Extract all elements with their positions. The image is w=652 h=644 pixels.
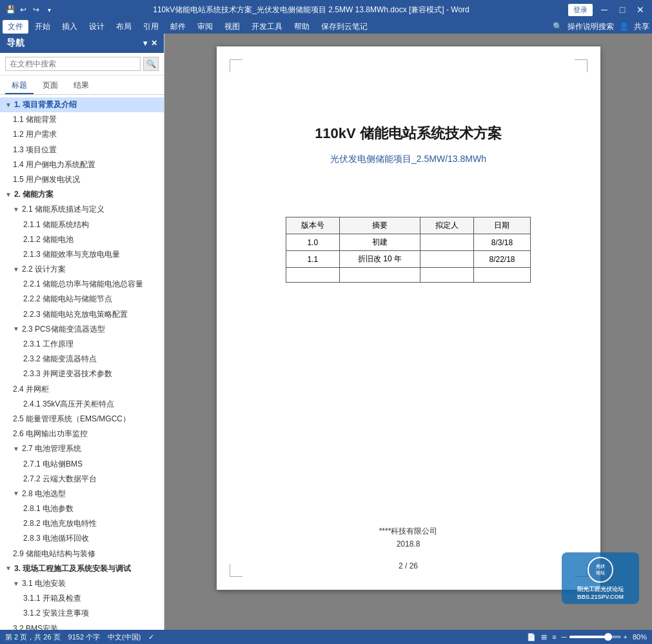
layout-icon-3[interactable]: ≡ (552, 633, 556, 641)
sidebar-tab-bar: 标题 页面 结果 (0, 75, 164, 95)
nav-item-2-1[interactable]: ▼ 2.1 储能系统描述与定义 (0, 202, 164, 217)
restore-button[interactable]: □ (616, 3, 629, 16)
nav-item-2-8[interactable]: ▼ 2.8 电池选型 (0, 487, 164, 501)
tab-file[interactable]: 文件 (3, 20, 28, 34)
nav-item-2-7[interactable]: ▼ 2.7 电池管理系统 (0, 441, 164, 456)
expand-icon-2-1: ▼ (13, 205, 19, 215)
nav-item-1-3[interactable]: 1.3 项目位置 (0, 143, 164, 157)
nav-item-2-4[interactable]: 2.4 并网柜 (0, 382, 164, 397)
nav-item-2-3-3[interactable]: 2.3.3 并网逆变器技术参数 (0, 367, 164, 381)
nav-item-3[interactable]: ▼ 3. 现场工程施工及系统安装与调试 (0, 561, 164, 576)
nav-item-2-4-1[interactable]: 2.4.1 35kV高压开关柜特点 (0, 397, 164, 412)
nav-item-2-1-1[interactable]: 2.1.1 储能系统结构 (0, 217, 164, 232)
document-title: 110kV 储能电站系统技术方案 (262, 124, 555, 143)
corner-mark-bl (230, 564, 242, 577)
tab-mailing[interactable]: 邮件 (165, 20, 191, 34)
tab-home[interactable]: 开始 (30, 20, 55, 34)
nav-item-1-5[interactable]: 1.5 用户侧发电状况 (0, 172, 164, 187)
ribbon-tabs: 文件 开始 插入 设计 布局 引用 邮件 审阅 视图 开发工具 帮助 保存到云笔… (0, 19, 652, 34)
nav-item-3-1[interactable]: ▼ 3.1 电池安装 (0, 576, 164, 591)
corner-mark-tl (230, 59, 242, 72)
nav-item-2[interactable]: ▼ 2. 储能方案 (0, 187, 164, 202)
search-icon[interactable]: 🔍 (553, 22, 562, 31)
tab-headings[interactable]: 标题 (5, 78, 34, 94)
tab-save-cloud[interactable]: 保存到云笔记 (316, 20, 373, 34)
nav-item-2-6[interactable]: 2.6 电网输出功率监控 (0, 427, 164, 441)
expand-icon-2-8: ▼ (13, 488, 19, 499)
nav-item-1-4[interactable]: 1.4 用户侧电力系统配置 (0, 157, 164, 172)
nav-item-2-3[interactable]: ▼ 2.3 PCS储能变流器选型 (0, 322, 164, 337)
nav-item-2-1-2[interactable]: 2.1.2 储能电池 (0, 232, 164, 247)
layout-icon-1[interactable]: 📄 (527, 633, 536, 641)
nav-item-3-1-2[interactable]: 3.1.2 安装注意事项 (0, 606, 164, 621)
nav-item-1-1[interactable]: 1.1 储能背景 (0, 112, 164, 127)
more-quick-access-icon[interactable]: ▾ (44, 5, 54, 15)
nav-item-3-2[interactable]: 3.2 BMS安装 (0, 621, 164, 630)
nav-item-2-3-1[interactable]: 2.3.1 工作原理 (0, 337, 164, 352)
nav-item-2-7-1[interactable]: 2.7.1 电站侧BMS (0, 457, 164, 472)
document-subtitle: 光伏发电侧储能项目_2.5MW/13.8MWh (262, 154, 555, 165)
nav-item-2-5[interactable]: 2.5 能量管理系统（EMS/MGCC） (0, 412, 164, 427)
zoom-plus[interactable]: + (624, 633, 627, 641)
tab-references[interactable]: 引用 (138, 20, 164, 34)
nav-item-2-2[interactable]: ▼ 2.2 设计方案 (0, 262, 164, 277)
company-name: ****科技有限公司 (262, 526, 555, 537)
tab-review[interactable]: 审阅 (192, 20, 218, 34)
tab-developer[interactable]: 开发工具 (246, 20, 288, 34)
table-row: 1.0 初建 8/3/18 (286, 234, 531, 251)
nav-item-1[interactable]: ▼ 1. 项目背景及介绍 (0, 97, 164, 112)
table-cell-date-3 (473, 268, 530, 283)
zoom-control[interactable]: ─ + (562, 633, 627, 641)
document-area: 110kV 储能电站系统技术方案 光伏发电侧储能项目_2.5MW/13.8MWh… (164, 34, 652, 630)
sidebar-close-icon[interactable]: ✕ (151, 39, 157, 48)
proofing-icon: ✓ (148, 633, 154, 641)
zoom-level[interactable]: 80% (633, 633, 647, 641)
ribbon-right-area: 🔍 操作说明搜索 👤 共享 (553, 21, 649, 32)
nav-item-3-1-1[interactable]: 3.1.1 开箱及检查 (0, 591, 164, 606)
save-icon[interactable]: 💾 (5, 5, 15, 15)
table-cell-author-2 (420, 251, 474, 268)
nav-item-2-7-2[interactable]: 2.7.2 云端大数据平台 (0, 472, 164, 487)
document-page: 110kV 储能电站系统技术方案 光伏发电侧储能项目_2.5MW/13.8MWh… (217, 46, 600, 590)
tab-results[interactable]: 结果 (67, 78, 95, 94)
nav-item-2-2-3[interactable]: 2.2.3 储能电站充放电策略配置 (0, 307, 164, 322)
nav-item-2-3-2[interactable]: 2.3.2 储能变流器特点 (0, 352, 164, 367)
tab-pages[interactable]: 页面 (36, 78, 64, 94)
nav-item-1-2[interactable]: 1.2 用户需求 (0, 127, 164, 142)
table-cell-date-2: 8/22/18 (473, 251, 530, 268)
sidebar-header: 导航 ▾ ✕ (0, 34, 164, 53)
layout-icon-2[interactable]: ⊞ (541, 633, 547, 641)
nav-item-2-2-1[interactable]: 2.2.1 储能总功率与储能电池总容量 (0, 277, 164, 292)
operation-search[interactable]: 操作说明搜索 (568, 21, 614, 32)
tab-design[interactable]: 设计 (84, 20, 110, 34)
expand-icon-3-1: ▼ (13, 579, 19, 589)
nav-item-2-8-2[interactable]: 2.8.2 电池充放电特性 (0, 516, 164, 531)
nav-item-2-9[interactable]: 2.9 储能电站结构与装修 (0, 547, 164, 561)
nav-item-2-8-1[interactable]: 2.8.1 电池参数 (0, 501, 164, 516)
search-input[interactable] (5, 57, 141, 71)
tab-view[interactable]: 视图 (219, 20, 245, 34)
login-button[interactable]: 登录 (568, 4, 593, 16)
expand-icon-1: ▼ (5, 100, 12, 110)
table-cell-summary-1: 初建 (339, 234, 420, 251)
tab-help[interactable]: 帮助 (289, 20, 315, 34)
zoom-slider[interactable] (569, 636, 621, 638)
search-button[interactable]: 🔍 (143, 57, 159, 71)
redo-icon[interactable]: ↪ (31, 5, 41, 15)
zoom-minus[interactable]: ─ (562, 633, 567, 641)
tab-layout[interactable]: 布局 (111, 20, 137, 34)
nav-item-2-8-3[interactable]: 2.8.3 电池循环回收 (0, 531, 164, 546)
share-button[interactable]: 共享 (634, 21, 649, 32)
user-icon[interactable]: 👤 (619, 22, 629, 31)
minimize-button[interactable]: ─ (598, 3, 611, 16)
undo-icon[interactable]: ↩ (18, 5, 28, 15)
sidebar-expand-icon[interactable]: ▾ (143, 39, 147, 48)
table-cell-summary-2: 折旧改 10 年 (339, 251, 420, 268)
nav-item-2-2-2[interactable]: 2.2.2 储能电站与储能节点 (0, 292, 164, 307)
nav-item-2-1-3[interactable]: 2.1.3 储能效率与充放电电量 (0, 247, 164, 262)
table-cell-summary-3 (339, 268, 420, 283)
table-header-summary: 摘要 (339, 217, 420, 234)
close-button[interactable]: ✕ (634, 3, 647, 16)
language-status: 中文(中国) (108, 632, 141, 642)
tab-insert[interactable]: 插入 (57, 20, 83, 34)
